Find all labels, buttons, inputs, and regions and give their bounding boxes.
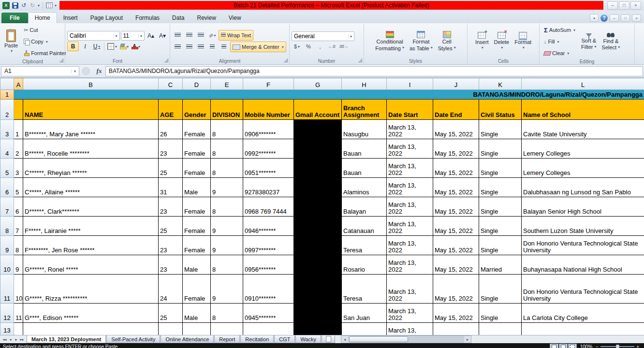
insert-worksheet-button[interactable] [322, 335, 335, 343]
cell-H6[interactable]: Alaminos [342, 178, 387, 197]
zoom-in-button[interactable]: + [636, 344, 639, 348]
tab-formulas[interactable]: Formulas [129, 13, 166, 23]
column-header-D[interactable]: D [183, 78, 211, 90]
cell-H7[interactable]: Balayan [342, 197, 387, 217]
column-header-B[interactable]: B [23, 78, 159, 90]
font-color-button[interactable]: A ▾ [131, 42, 141, 51]
cell-D6[interactable]: Male [183, 178, 211, 197]
cell-F11[interactable]: 0910******* [243, 275, 294, 304]
cell-K2[interactable]: Civil Status [479, 100, 522, 120]
underline-button[interactable]: U ▾ [91, 42, 102, 51]
align-right-button[interactable] [195, 43, 206, 51]
cell-D4[interactable]: Female [183, 139, 211, 159]
cell-C4[interactable]: 23 [159, 139, 183, 159]
cell-E13[interactable] [211, 323, 243, 335]
align-top-button[interactable] [172, 31, 183, 40]
cell-F9[interactable]: 0997******* [243, 236, 294, 255]
format-cells-button[interactable]: Format ▾ [512, 31, 533, 50]
cell-G4-redacted[interactable] [294, 139, 342, 159]
cell-E7[interactable]: 8 [211, 197, 243, 217]
redo-button[interactable]: ↻ [29, 1, 36, 9]
shrink-font-button[interactable]: A▾ [157, 31, 168, 40]
row-header-3[interactable]: 3 [0, 120, 14, 139]
tab-insert[interactable]: Insert [57, 13, 84, 23]
cell-C9[interactable]: 23 [159, 236, 183, 255]
cell-H11[interactable]: Teresa [342, 275, 387, 304]
cell-C11[interactable]: 24 [159, 275, 183, 304]
paste-button[interactable]: Paste ▾ [2, 25, 20, 58]
cell-K8[interactable]: Single [479, 217, 522, 236]
tab-view[interactable]: View [222, 13, 248, 23]
row-header-1[interactable]: 1 [0, 90, 14, 100]
cell-K11[interactable]: Single [479, 275, 522, 304]
conditional-formatting-button[interactable]: Conditional Formatting▾ [373, 30, 406, 52]
zoom-level[interactable]: 100% [580, 344, 593, 348]
accounting-format-button[interactable]: $ ▾ [292, 42, 302, 51]
cell-B12[interactable]: G****, Edison ****** [23, 304, 159, 323]
cell-E2[interactable]: DIVISION [211, 100, 243, 120]
row-header-5[interactable]: 5 [0, 159, 14, 178]
column-header-G[interactable]: G [294, 78, 342, 90]
font-dialog-launcher[interactable] [164, 58, 168, 62]
cell-E6[interactable]: 9 [211, 178, 243, 197]
align-center-button[interactable] [184, 43, 194, 51]
format-as-table-button[interactable]: Format as Table▾ [408, 30, 435, 52]
cell-E4[interactable]: 8 [211, 139, 243, 159]
page-layout-view-button[interactable] [559, 344, 568, 348]
minimize-button[interactable]: – [607, 1, 618, 10]
cell-I12[interactable]: March 13, 2022 [387, 304, 433, 323]
cell-I2[interactable]: Date Start [387, 100, 433, 120]
cell-L11[interactable]: Don Honorio Ventura Technological State … [522, 275, 644, 304]
column-header-A[interactable]: A [14, 78, 23, 90]
tab-home[interactable]: Home [28, 12, 57, 23]
cell-A7[interactable]: 6 [14, 197, 23, 217]
cell-I8[interactable]: March 13, 2022 [387, 217, 433, 236]
cell-A6[interactable]: 5 [14, 178, 23, 197]
excel-logo-icon[interactable]: X [2, 2, 10, 9]
cell-K5[interactable]: Single [479, 159, 522, 178]
cell-G11-redacted[interactable] [294, 275, 342, 304]
row-header-10[interactable]: 10 [0, 255, 14, 275]
close-button[interactable]: × [630, 1, 641, 10]
cell-H5[interactable]: Bauan [342, 159, 387, 178]
zoom-thumb[interactable] [616, 345, 619, 348]
cell-D7[interactable]: Female [183, 197, 211, 217]
orientation-button[interactable]: ab ▾ [207, 31, 218, 40]
cell-A3[interactable]: 1 [14, 120, 23, 139]
cell-C5[interactable]: 25 [159, 159, 183, 178]
sheet-tab-2[interactable]: Self-Paced Activity [106, 335, 160, 343]
percent-style-button[interactable]: % [303, 42, 314, 51]
bold-button[interactable]: B [67, 42, 79, 51]
cell-H10[interactable]: Rosario [342, 255, 387, 275]
cell-I10[interactable]: March 13, 2022 [387, 255, 433, 275]
cell-K4[interactable]: Single [479, 139, 522, 159]
cell-G10-redacted[interactable]: CONFIDENTIAL [294, 255, 342, 275]
cell-J10[interactable]: May 15, 2022 [433, 255, 479, 275]
undo-button[interactable]: ↺ [20, 1, 27, 9]
cell-D12[interactable]: Male [183, 304, 211, 323]
cell-E10[interactable]: 8 [211, 255, 243, 275]
row-header-8[interactable]: 8 [0, 217, 14, 236]
cell-B3[interactable]: B*******, Mary Jane ****** [23, 120, 159, 139]
column-header-J[interactable]: J [433, 78, 479, 90]
column-header-E[interactable]: E [211, 78, 243, 90]
decrease-decimal-button[interactable]: .00→ [338, 42, 349, 51]
cell-E8[interactable]: 9 [211, 217, 243, 236]
merge-center-button[interactable]: Merge & Center ▾ [230, 42, 286, 52]
cell-D11[interactable]: Female [183, 275, 211, 304]
cell-F8[interactable]: 0946******* [243, 217, 294, 236]
cell-H9[interactable]: Teresa [342, 236, 387, 255]
column-header-K[interactable]: K [479, 78, 522, 90]
cell-L2[interactable]: Name of School [522, 100, 644, 120]
cell-J9[interactable]: May 15, 2022 [433, 236, 479, 255]
cell-C13[interactable] [159, 323, 183, 335]
cell-G2[interactable]: Gmail Account [294, 100, 342, 120]
number-dialog-launcher[interactable] [358, 58, 362, 62]
comma-style-button[interactable]: , [315, 42, 325, 51]
sheet-nav-next-button[interactable]: ▸ [14, 337, 19, 342]
cell-J6[interactable]: May 15, 2022 [433, 178, 479, 197]
column-header-I[interactable]: I [387, 78, 433, 90]
normal-view-button[interactable] [550, 344, 558, 348]
cell-F5[interactable]: 0951******* [243, 159, 294, 178]
cell-H2[interactable]: Branch Assignment [342, 100, 387, 120]
